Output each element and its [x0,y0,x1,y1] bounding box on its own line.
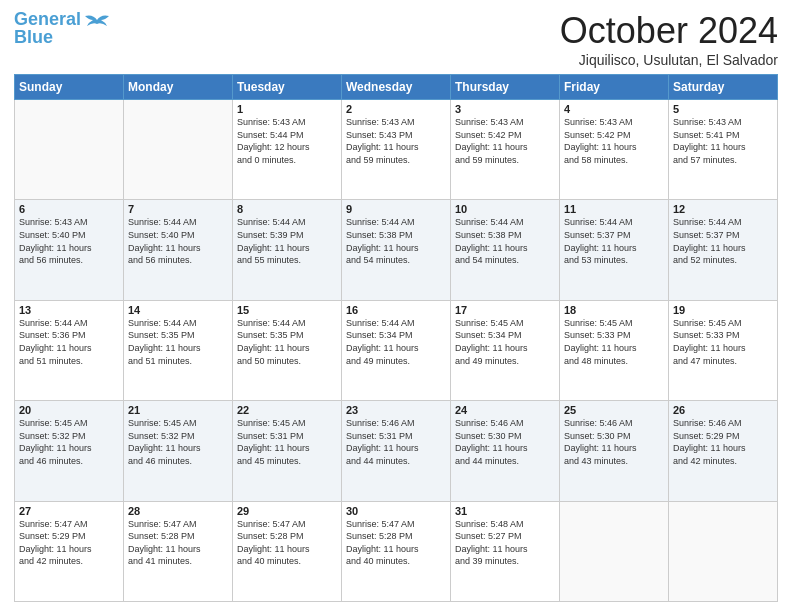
day-number: 5 [673,103,773,115]
calendar-cell: 8Sunrise: 5:44 AM Sunset: 5:39 PM Daylig… [233,200,342,300]
col-header-wednesday: Wednesday [342,75,451,100]
calendar-cell: 19Sunrise: 5:45 AM Sunset: 5:33 PM Dayli… [669,300,778,400]
calendar-cell: 30Sunrise: 5:47 AM Sunset: 5:28 PM Dayli… [342,501,451,601]
day-number: 22 [237,404,337,416]
day-info: Sunrise: 5:46 AM Sunset: 5:31 PM Dayligh… [346,417,446,467]
day-number: 11 [564,203,664,215]
day-info: Sunrise: 5:45 AM Sunset: 5:33 PM Dayligh… [673,317,773,367]
day-info: Sunrise: 5:43 AM Sunset: 5:42 PM Dayligh… [455,116,555,166]
day-info: Sunrise: 5:43 AM Sunset: 5:40 PM Dayligh… [19,216,119,266]
calendar-cell [669,501,778,601]
day-info: Sunrise: 5:45 AM Sunset: 5:33 PM Dayligh… [564,317,664,367]
day-number: 30 [346,505,446,517]
calendar-cell: 25Sunrise: 5:46 AM Sunset: 5:30 PM Dayli… [560,401,669,501]
logo-text: General Blue [14,10,81,46]
col-header-monday: Monday [124,75,233,100]
day-info: Sunrise: 5:47 AM Sunset: 5:29 PM Dayligh… [19,518,119,568]
day-info: Sunrise: 5:44 AM Sunset: 5:37 PM Dayligh… [564,216,664,266]
day-number: 14 [128,304,228,316]
calendar-week-row: 13Sunrise: 5:44 AM Sunset: 5:36 PM Dayli… [15,300,778,400]
day-info: Sunrise: 5:47 AM Sunset: 5:28 PM Dayligh… [346,518,446,568]
day-number: 29 [237,505,337,517]
day-info: Sunrise: 5:44 AM Sunset: 5:39 PM Dayligh… [237,216,337,266]
month-title: October 2024 [560,10,778,52]
calendar-cell: 12Sunrise: 5:44 AM Sunset: 5:37 PM Dayli… [669,200,778,300]
logo-bird-icon [83,12,111,34]
day-number: 20 [19,404,119,416]
calendar-cell: 28Sunrise: 5:47 AM Sunset: 5:28 PM Dayli… [124,501,233,601]
day-number: 3 [455,103,555,115]
day-info: Sunrise: 5:44 AM Sunset: 5:37 PM Dayligh… [673,216,773,266]
calendar-cell: 5Sunrise: 5:43 AM Sunset: 5:41 PM Daylig… [669,100,778,200]
calendar-week-row: 20Sunrise: 5:45 AM Sunset: 5:32 PM Dayli… [15,401,778,501]
calendar-cell: 17Sunrise: 5:45 AM Sunset: 5:34 PM Dayli… [451,300,560,400]
location: Jiquilisco, Usulutan, El Salvador [560,52,778,68]
day-number: 15 [237,304,337,316]
page: General Blue October 2024 Jiquilisco, Us… [0,0,792,612]
day-number: 1 [237,103,337,115]
header: General Blue October 2024 Jiquilisco, Us… [14,10,778,68]
day-number: 21 [128,404,228,416]
calendar-cell: 24Sunrise: 5:46 AM Sunset: 5:30 PM Dayli… [451,401,560,501]
day-number: 2 [346,103,446,115]
calendar-cell: 14Sunrise: 5:44 AM Sunset: 5:35 PM Dayli… [124,300,233,400]
calendar-week-row: 6Sunrise: 5:43 AM Sunset: 5:40 PM Daylig… [15,200,778,300]
calendar-cell [560,501,669,601]
calendar-cell: 29Sunrise: 5:47 AM Sunset: 5:28 PM Dayli… [233,501,342,601]
calendar-cell: 20Sunrise: 5:45 AM Sunset: 5:32 PM Dayli… [15,401,124,501]
day-number: 4 [564,103,664,115]
day-number: 28 [128,505,228,517]
calendar-cell: 6Sunrise: 5:43 AM Sunset: 5:40 PM Daylig… [15,200,124,300]
calendar-cell [15,100,124,200]
day-info: Sunrise: 5:43 AM Sunset: 5:42 PM Dayligh… [564,116,664,166]
col-header-friday: Friday [560,75,669,100]
day-info: Sunrise: 5:47 AM Sunset: 5:28 PM Dayligh… [128,518,228,568]
day-info: Sunrise: 5:43 AM Sunset: 5:41 PM Dayligh… [673,116,773,166]
day-info: Sunrise: 5:45 AM Sunset: 5:32 PM Dayligh… [19,417,119,467]
logo-blue: Blue [14,27,53,47]
calendar-cell: 22Sunrise: 5:45 AM Sunset: 5:31 PM Dayli… [233,401,342,501]
calendar-cell: 7Sunrise: 5:44 AM Sunset: 5:40 PM Daylig… [124,200,233,300]
day-number: 25 [564,404,664,416]
calendar-week-row: 27Sunrise: 5:47 AM Sunset: 5:29 PM Dayli… [15,501,778,601]
day-number: 6 [19,203,119,215]
day-info: Sunrise: 5:45 AM Sunset: 5:32 PM Dayligh… [128,417,228,467]
col-header-thursday: Thursday [451,75,560,100]
calendar-cell: 3Sunrise: 5:43 AM Sunset: 5:42 PM Daylig… [451,100,560,200]
day-info: Sunrise: 5:44 AM Sunset: 5:35 PM Dayligh… [128,317,228,367]
day-info: Sunrise: 5:44 AM Sunset: 5:36 PM Dayligh… [19,317,119,367]
calendar-cell: 1Sunrise: 5:43 AM Sunset: 5:44 PM Daylig… [233,100,342,200]
day-info: Sunrise: 5:43 AM Sunset: 5:44 PM Dayligh… [237,116,337,166]
col-header-sunday: Sunday [15,75,124,100]
calendar-cell: 4Sunrise: 5:43 AM Sunset: 5:42 PM Daylig… [560,100,669,200]
calendar-cell: 9Sunrise: 5:44 AM Sunset: 5:38 PM Daylig… [342,200,451,300]
day-number: 19 [673,304,773,316]
day-number: 27 [19,505,119,517]
calendar-cell: 26Sunrise: 5:46 AM Sunset: 5:29 PM Dayli… [669,401,778,501]
title-block: October 2024 Jiquilisco, Usulutan, El Sa… [560,10,778,68]
col-header-saturday: Saturday [669,75,778,100]
calendar-cell: 27Sunrise: 5:47 AM Sunset: 5:29 PM Dayli… [15,501,124,601]
day-number: 26 [673,404,773,416]
day-number: 12 [673,203,773,215]
day-info: Sunrise: 5:46 AM Sunset: 5:30 PM Dayligh… [455,417,555,467]
day-info: Sunrise: 5:44 AM Sunset: 5:35 PM Dayligh… [237,317,337,367]
calendar-cell: 16Sunrise: 5:44 AM Sunset: 5:34 PM Dayli… [342,300,451,400]
day-info: Sunrise: 5:46 AM Sunset: 5:30 PM Dayligh… [564,417,664,467]
day-number: 9 [346,203,446,215]
calendar-cell: 2Sunrise: 5:43 AM Sunset: 5:43 PM Daylig… [342,100,451,200]
day-number: 23 [346,404,446,416]
day-number: 8 [237,203,337,215]
day-info: Sunrise: 5:48 AM Sunset: 5:27 PM Dayligh… [455,518,555,568]
day-info: Sunrise: 5:44 AM Sunset: 5:38 PM Dayligh… [455,216,555,266]
calendar-cell: 13Sunrise: 5:44 AM Sunset: 5:36 PM Dayli… [15,300,124,400]
day-info: Sunrise: 5:44 AM Sunset: 5:34 PM Dayligh… [346,317,446,367]
logo-general: General [14,9,81,29]
calendar-header-row: SundayMondayTuesdayWednesdayThursdayFrid… [15,75,778,100]
day-info: Sunrise: 5:44 AM Sunset: 5:40 PM Dayligh… [128,216,228,266]
day-number: 17 [455,304,555,316]
calendar-cell: 11Sunrise: 5:44 AM Sunset: 5:37 PM Dayli… [560,200,669,300]
day-number: 24 [455,404,555,416]
calendar-cell: 31Sunrise: 5:48 AM Sunset: 5:27 PM Dayli… [451,501,560,601]
day-info: Sunrise: 5:45 AM Sunset: 5:31 PM Dayligh… [237,417,337,467]
